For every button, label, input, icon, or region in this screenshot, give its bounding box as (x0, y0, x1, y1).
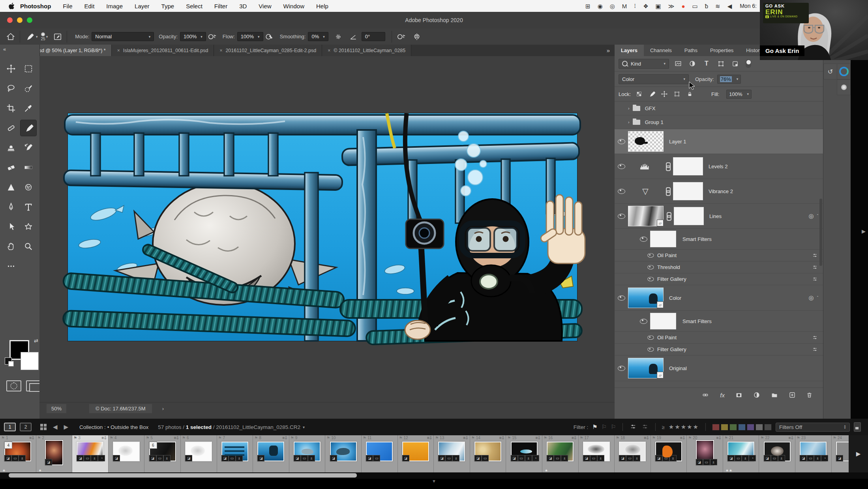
photo-badge-icon[interactable]: ◔ (821, 455, 828, 461)
photo-thumbnail[interactable]: ◪▭± (619, 442, 646, 461)
menu-item-help[interactable]: Help (316, 3, 328, 9)
scrollbar-thumb[interactable] (9, 473, 357, 478)
visibility-eye-icon[interactable] (647, 347, 654, 352)
visibility-eye-icon[interactable] (618, 295, 625, 301)
photo-badge-icon[interactable]: ± (633, 455, 640, 461)
filmstrip-photo-cell[interactable]: ⚑16≡⇩◪▭±★ (542, 435, 579, 472)
filmstrip-photo-cell[interactable]: ⚑10◪ (325, 435, 362, 472)
panel-show-arrow-icon[interactable]: ▼ (432, 479, 436, 483)
panel-reveal-arrow-icon[interactable]: ▶ (862, 228, 866, 234)
photo-badge-icon[interactable]: ◪ (113, 455, 120, 461)
lock-position-icon[interactable] (660, 90, 669, 98)
lock-transparent-icon[interactable] (635, 90, 643, 98)
clone-stamp-tool[interactable] (3, 140, 19, 156)
vibrance-adjustment-icon[interactable]: ▽ (628, 186, 663, 196)
pen-tool[interactable] (3, 199, 19, 215)
photo-thumbnail[interactable]: ◪ (402, 442, 429, 461)
layer-style-icon[interactable]: fx (720, 392, 725, 399)
filmstrip-photo-cell[interactable]: ⚑21◪▭±◔★★ (723, 435, 759, 472)
canvas-area[interactable]: 50% © Doc: 17.6M/237.5M › (39, 56, 615, 419)
filmstrip-photo-cell[interactable]: ⚑11◪▭ (362, 435, 398, 472)
history-brush-tool[interactable] (21, 140, 36, 156)
photo-badge-icon[interactable]: ▭ (482, 455, 489, 461)
layer-mask-thumbnail[interactable] (673, 157, 703, 175)
photo-badge-icon[interactable]: ▭ (373, 455, 380, 461)
metadata-badge-icon[interactable]: ≡⇩ (536, 436, 540, 440)
photo-thumbnail[interactable]: 6◪▭± (149, 442, 176, 461)
zoom-window-button[interactable] (27, 17, 32, 23)
filter-adjustment-icon[interactable] (687, 59, 697, 68)
camera-icon[interactable]: ▣ (656, 3, 661, 9)
photo-badge-icon[interactable]: ◪ (655, 455, 662, 461)
photo-badge-icon[interactable]: ◪ (366, 455, 373, 461)
photo-thumbnail[interactable]: ◪▭± (583, 442, 610, 461)
layer-mask-thumbnail[interactable] (673, 182, 703, 200)
color-label-chip[interactable] (721, 424, 728, 431)
layer-thumbnail[interactable] (628, 131, 664, 152)
power-circle-icon[interactable]: ◎ (610, 3, 615, 9)
photo-badge-icon[interactable]: ▭ (554, 455, 561, 461)
filmstrip-photo-cell[interactable]: ⚑4◪ (109, 435, 145, 472)
blur-tool[interactable] (3, 179, 19, 195)
airplay-icon[interactable]: ▭ (692, 3, 698, 9)
flag-icon[interactable]: ⚑ (218, 436, 222, 440)
filmstrip-photo-cell[interactable]: ⚑19≡⇩◪▭± (651, 435, 687, 472)
collapse-filters-icon[interactable]: ˆ (817, 214, 818, 218)
record-app-icon[interactable]: ◉ (598, 3, 603, 9)
photo-badge-icon[interactable]: ▭ (626, 455, 633, 461)
photo-thumbnail[interactable]: ◪▭± (438, 442, 465, 461)
bluetooth-icon[interactable]: ƀ (705, 3, 708, 9)
photo-badge-icon[interactable]: ▭ (84, 455, 91, 461)
photo-badge-icon[interactable]: ◪ (619, 455, 626, 461)
photo-thumbnail[interactable]: ◪ (836, 442, 849, 461)
collapse-tools-icon[interactable]: « (3, 46, 6, 52)
photo-badge-icon[interactable]: ± (814, 455, 821, 461)
marquee-tool[interactable] (21, 61, 36, 77)
visibility-eye-icon[interactable] (640, 319, 647, 324)
metadata-badge-icon[interactable]: ≡⇩ (102, 436, 107, 440)
visibility-eye-icon[interactable] (618, 139, 625, 144)
layer-thumbnail[interactable]: ▱ (628, 358, 664, 378)
photo-badge-icon[interactable]: ◪ (221, 455, 229, 461)
layer-row[interactable]: Filter Gallery (615, 344, 823, 355)
filmstrip-scrollbar[interactable] (0, 472, 868, 479)
photo-badge-icon[interactable]: ± (91, 455, 98, 461)
photo-badge-icon[interactable]: ± (236, 455, 243, 461)
photo-badge-icon[interactable]: ± (669, 455, 677, 461)
photo-badge-icon[interactable]: ▭ (703, 459, 710, 465)
default-colors-icon[interactable] (5, 357, 12, 365)
lock-all-icon[interactable] (685, 90, 694, 98)
metadata-badge-icon[interactable]: ≡⇩ (789, 436, 793, 440)
flag-icon[interactable]: ⚑ (833, 436, 836, 440)
photo-badge-icon[interactable]: ± (778, 455, 785, 461)
filters-off-select[interactable]: Filters Off ▲▼ (776, 423, 850, 432)
photo-thumbnail[interactable]: ◪▭± (221, 442, 248, 461)
brush-size-preview[interactable]: 25 (41, 32, 45, 41)
zoom-tool[interactable] (21, 239, 36, 254)
forward-icon[interactable]: ≫ (668, 3, 675, 9)
layer-row[interactable]: Filter Gallery (615, 273, 823, 285)
photo-thumbnail[interactable]: ◪▭± (547, 442, 574, 461)
photo-thumbnail[interactable]: ◪▭ (474, 442, 501, 461)
visibility-eye-icon[interactable] (618, 164, 625, 169)
flag-icon[interactable]: ⚑ (146, 436, 149, 440)
photo-rating-stars[interactable]: ★ (39, 468, 42, 472)
photo-badge-icon[interactable]: ◔ (532, 455, 539, 461)
menu-item-view[interactable]: View (259, 3, 271, 9)
photo-badge-icon[interactable]: ± (561, 455, 568, 461)
visibility-eye-icon[interactable] (647, 265, 654, 269)
photo-badge-icon[interactable]: ◪ (547, 455, 554, 461)
edit-filter-off-icon[interactable] (641, 423, 649, 431)
photo-badge-icon[interactable]: ◪ (800, 455, 807, 461)
layer-thumbnail[interactable]: ▱ (628, 206, 664, 226)
close-tab-icon[interactable]: × (117, 48, 120, 53)
layer-row[interactable]: Oil Paint (615, 250, 823, 261)
photo-badge-icon[interactable]: ▭ (11, 455, 19, 461)
flag-icon[interactable]: ⚑ (688, 436, 692, 440)
gradient-tool[interactable] (21, 160, 36, 175)
layer-row[interactable]: Oil Paint (615, 332, 823, 344)
filter-pixel-icon[interactable] (673, 59, 683, 68)
metadata-badge-icon[interactable]: ≡⇩ (427, 436, 432, 440)
flag-icon[interactable]: ⚑ (507, 436, 511, 440)
document-tab[interactable]: ×IslaMujeres_20120811_00611-Edit.psd (112, 45, 214, 56)
